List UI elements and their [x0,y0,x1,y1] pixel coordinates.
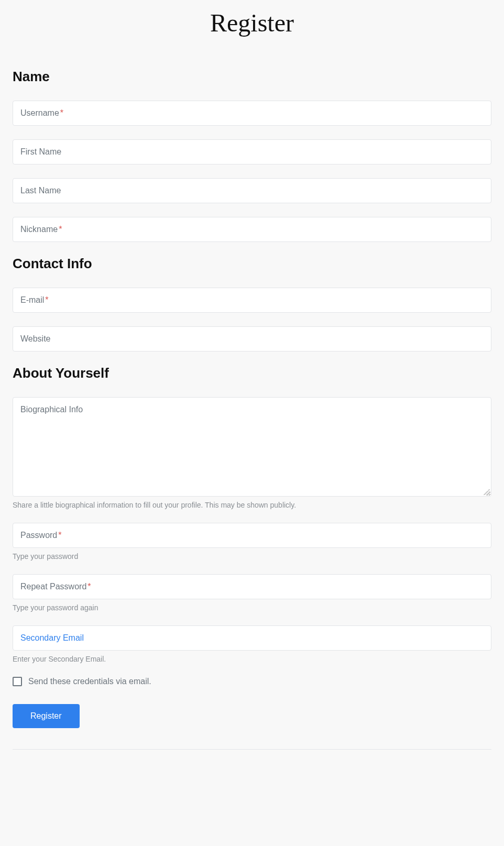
send-credentials-checkbox[interactable] [13,677,22,686]
first-name-label: First Name [20,147,61,156]
required-marker: * [87,582,91,591]
required-marker: * [58,531,61,540]
section-heading-name: Name [13,69,491,85]
bio-label: Biographical Info [20,405,83,414]
register-form: Name Username* First Name Last Name Nick… [0,69,504,771]
email-label: E-mail* [20,295,49,304]
last-name-label: Last Name [20,186,61,195]
secondary-email-field[interactable]: Secondary Email [13,625,491,651]
section-heading-about: About Yourself [13,365,491,381]
first-name-field[interactable]: First Name [13,139,491,164]
nickname-label: Nickname* [20,225,62,234]
nickname-field[interactable]: Nickname* [13,217,491,242]
resize-handle-icon [484,489,490,495]
username-field[interactable]: Username* [13,101,491,126]
password-helper-text: Type your password [13,552,491,561]
username-label: Username* [20,108,63,117]
website-field[interactable]: Website [13,326,491,351]
send-credentials-label: Send these credentials via email. [28,677,151,686]
divider [13,749,491,750]
required-marker: * [45,295,48,304]
last-name-field[interactable]: Last Name [13,178,491,203]
section-heading-contact: Contact Info [13,256,491,272]
bio-field[interactable]: Biographical Info [13,397,491,497]
password-field[interactable]: Password* [13,523,491,548]
secondary-email-label: Secondary Email [20,633,84,642]
password-label: Password* [20,531,61,540]
email-field[interactable]: E-mail* [13,288,491,313]
repeat-password-helper-text: Type your password again [13,603,491,612]
register-button[interactable]: Register [13,704,80,728]
page-title: Register [0,0,504,63]
required-marker: * [59,225,62,234]
repeat-password-label: Repeat Password* [20,582,91,591]
website-label: Website [20,334,51,343]
bio-helper-text: Share a little biographical information … [13,501,491,509]
repeat-password-field[interactable]: Repeat Password* [13,574,491,599]
required-marker: * [60,108,63,117]
secondary-email-helper-text: Enter your Secondary Email. [13,655,491,663]
